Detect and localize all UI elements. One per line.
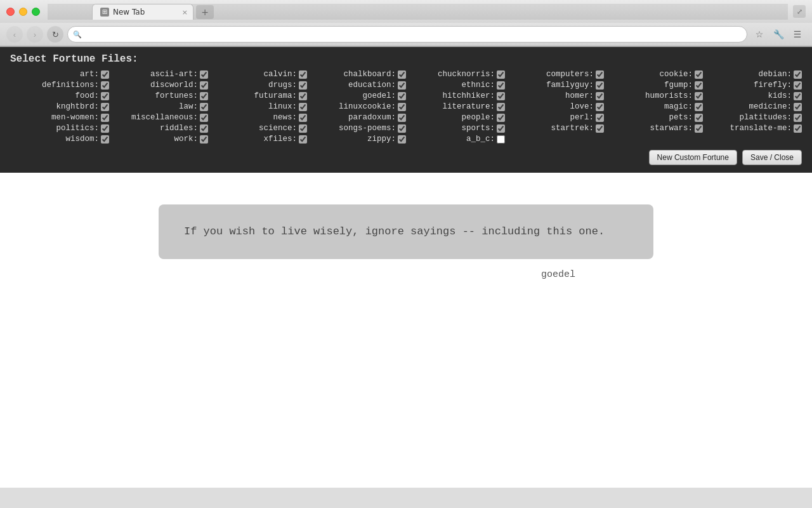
- checkbox-magic[interactable]: [695, 103, 703, 111]
- checkbox-wisdom[interactable]: [101, 135, 109, 144]
- checkbox-label-platitudes[interactable]: platitudes:: [739, 113, 792, 122]
- checkbox-men-women[interactable]: [101, 114, 109, 122]
- checkbox-label-startrek[interactable]: startrek:: [551, 124, 594, 133]
- checkbox-label-humorists[interactable]: humorists:: [645, 91, 693, 100]
- checkbox-label-people[interactable]: people:: [461, 113, 495, 122]
- checkbox-xfiles[interactable]: [299, 135, 307, 144]
- menu-button[interactable]: ☰: [789, 26, 806, 43]
- checkbox-calvin[interactable]: [299, 70, 307, 79]
- forward-button[interactable]: ›: [27, 26, 43, 43]
- checkbox-label-ascii-art[interactable]: ascii-art:: [150, 70, 198, 79]
- checkbox-ascii-art[interactable]: [200, 70, 208, 79]
- checkbox-label-fgump[interactable]: fgump:: [664, 81, 693, 90]
- checkbox-label-chucknorris[interactable]: chucknorris:: [438, 70, 495, 79]
- checkbox-firefly[interactable]: [794, 81, 802, 90]
- checkbox-label-food[interactable]: food:: [75, 91, 99, 100]
- checkbox-linuxcookie[interactable]: [398, 103, 406, 111]
- checkbox-debian[interactable]: [794, 70, 802, 79]
- close-window-button[interactable]: [6, 8, 15, 16]
- checkbox-label-science[interactable]: science:: [259, 124, 297, 133]
- checkbox-goedel[interactable]: [398, 92, 406, 100]
- bookmark-button[interactable]: ☆: [751, 26, 768, 43]
- checkbox-label-politics[interactable]: politics:: [56, 124, 99, 133]
- checkbox-label-paradoxum[interactable]: paradoxum:: [348, 113, 396, 122]
- maximize-window-button[interactable]: [32, 8, 40, 16]
- checkbox-label-futurama[interactable]: futurama:: [254, 91, 297, 100]
- checkbox-label-drugs[interactable]: drugs:: [268, 81, 297, 90]
- checkbox-label-hitchhiker[interactable]: hitchhiker:: [442, 91, 495, 100]
- checkbox-label-xfiles[interactable]: xfiles:: [263, 135, 297, 144]
- checkbox-food[interactable]: [101, 92, 109, 100]
- checkbox-education[interactable]: [398, 81, 406, 90]
- minimize-window-button[interactable]: [19, 8, 27, 16]
- checkbox-label-news[interactable]: news:: [273, 113, 297, 122]
- checkbox-zippy[interactable]: [398, 135, 406, 144]
- checkbox-sports[interactable]: [497, 124, 505, 133]
- checkbox-work[interactable]: [200, 135, 208, 144]
- back-button[interactable]: ‹: [6, 26, 23, 43]
- checkbox-chucknorris[interactable]: [497, 70, 505, 79]
- checkbox-literature[interactable]: [497, 103, 505, 111]
- checkbox-miscellaneous[interactable]: [200, 114, 208, 122]
- checkbox-news[interactable]: [299, 114, 307, 122]
- checkbox-label-computers[interactable]: computers:: [546, 70, 594, 79]
- checkbox-label-ethnic[interactable]: ethnic:: [461, 81, 495, 90]
- checkbox-label-perl[interactable]: perl:: [570, 113, 594, 122]
- checkbox-futurama[interactable]: [299, 92, 307, 100]
- checkbox-label-law[interactable]: law:: [179, 102, 198, 111]
- checkbox-label-sports[interactable]: sports:: [461, 124, 495, 133]
- checkbox-label-fortunes[interactable]: fortunes:: [155, 91, 198, 100]
- checkbox-linux[interactable]: [299, 103, 307, 111]
- checkbox-label-pets[interactable]: pets:: [669, 113, 693, 122]
- checkbox-homer[interactable]: [596, 92, 604, 100]
- checkbox-ethnic[interactable]: [497, 81, 505, 90]
- checkbox-label-miscellaneous[interactable]: miscellaneous:: [131, 113, 198, 122]
- checkbox-label-riddles[interactable]: riddles:: [160, 124, 198, 133]
- checkbox-label-debian[interactable]: debian:: [758, 70, 792, 79]
- tab-close-button[interactable]: ×: [182, 8, 188, 16]
- checkbox-law[interactable]: [200, 103, 208, 111]
- checkbox-perl[interactable]: [596, 114, 604, 122]
- checkbox-art[interactable]: [101, 70, 109, 79]
- checkbox-label-goedel[interactable]: goedel:: [362, 91, 396, 100]
- new-custom-fortune-button[interactable]: New Custom Fortune: [649, 150, 737, 165]
- save-close-button[interactable]: Save / Close: [742, 150, 802, 165]
- checkbox-hitchhiker[interactable]: [497, 92, 505, 100]
- checkbox-label-men-women[interactable]: men-women:: [51, 113, 99, 122]
- checkbox-chalkboard[interactable]: [398, 70, 406, 79]
- checkbox-label-homer[interactable]: homer:: [565, 91, 594, 100]
- checkbox-label-translate-me[interactable]: translate-me:: [730, 124, 792, 133]
- checkbox-label-linux[interactable]: linux:: [268, 102, 297, 111]
- checkbox-label-firefly[interactable]: firefly:: [754, 81, 792, 90]
- checkbox-label-a_b_c[interactable]: a_b_c:: [466, 135, 495, 144]
- checkbox-politics[interactable]: [101, 124, 109, 133]
- checkbox-fortunes[interactable]: [200, 92, 208, 100]
- checkbox-riddles[interactable]: [200, 124, 208, 133]
- checkbox-label-love[interactable]: love:: [570, 102, 594, 111]
- checkbox-computers[interactable]: [596, 70, 604, 79]
- checkbox-love[interactable]: [596, 103, 604, 111]
- checkbox-translate-me[interactable]: [794, 124, 802, 133]
- checkbox-familyguy[interactable]: [596, 81, 604, 90]
- checkbox-label-literature[interactable]: literature:: [442, 102, 495, 111]
- checkbox-label-medicine[interactable]: medicine:: [749, 102, 792, 111]
- new-tab-button[interactable]: +: [196, 5, 214, 19]
- checkbox-label-songs-poems[interactable]: songs-poems:: [339, 124, 396, 133]
- checkbox-people[interactable]: [497, 114, 505, 122]
- checkbox-discworld[interactable]: [200, 81, 208, 90]
- checkbox-science[interactable]: [299, 124, 307, 133]
- checkbox-humorists[interactable]: [695, 92, 703, 100]
- checkbox-label-calvin[interactable]: calvin:: [263, 70, 297, 79]
- checkbox-starwars[interactable]: [695, 124, 703, 133]
- checkbox-label-kids[interactable]: kids:: [768, 91, 792, 100]
- checkbox-fgump[interactable]: [695, 81, 703, 90]
- checkbox-a_b_c[interactable]: [497, 135, 505, 144]
- checkbox-label-knghtbrd[interactable]: knghtbrd:: [56, 102, 99, 111]
- address-bar[interactable]: 🔍: [67, 26, 747, 43]
- checkbox-label-cookie[interactable]: cookie:: [659, 70, 693, 79]
- checkbox-pets[interactable]: [695, 114, 703, 122]
- checkbox-label-linuxcookie[interactable]: linuxcookie:: [339, 102, 396, 111]
- checkbox-medicine[interactable]: [794, 103, 802, 111]
- checkbox-label-zippy[interactable]: zippy:: [367, 135, 396, 144]
- checkbox-label-familyguy[interactable]: familyguy:: [546, 81, 594, 90]
